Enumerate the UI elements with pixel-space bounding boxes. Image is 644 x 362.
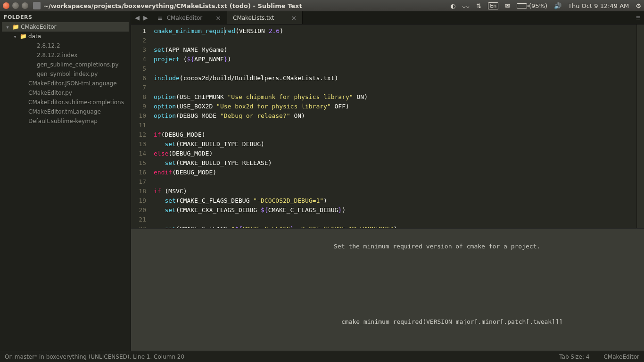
window-minimize-button[interactable]: [12, 2, 19, 9]
tree-label: CMakeEditor.tmLanguage: [28, 108, 101, 115]
tree-row[interactable]: CMakeEditor.JSON-tmLanguage: [2, 79, 129, 88]
folder-tree[interactable]: ▾📁CMakeEditor▾📁data2.8.12.22.8.12.2.inde…: [0, 22, 131, 126]
network-icon[interactable]: ⇅: [476, 2, 481, 9]
folder-icon: 📁: [20, 33, 26, 40]
minimap[interactable]: [636, 25, 644, 228]
tree-row[interactable]: Default.sublime-keymap: [2, 116, 129, 126]
tree-row[interactable]: gen_sublime_completions.py: [2, 60, 129, 69]
tree-arrow-icon: ▾: [12, 34, 18, 39]
system-tray: ◐ ⌵⌵ ⇅ En ✉ (95%) 🔊 Thu Oct 9 12:49 AM ⚙: [450, 2, 641, 9]
battery-percent: (95%): [529, 2, 547, 9]
tab-history-nav[interactable]: ◀ ▶: [131, 11, 152, 24]
tree-label: CMakeEditor.JSON-tmLanguage: [28, 80, 117, 87]
tree-row[interactable]: gen_symbol_index.py: [2, 69, 129, 79]
sidebar: FOLDERS ▾📁CMakeEditor▾📁data2.8.12.22.8.1…: [0, 11, 131, 351]
tree-label: CMakeEditor.sublime-completions: [28, 99, 124, 106]
folder-icon: 📁: [12, 24, 19, 30]
tree-row[interactable]: ▾📁data: [2, 32, 129, 41]
tab-label: CMakeLists.txt: [233, 15, 274, 21]
tree-label: CMakeEditor: [21, 24, 57, 30]
tab-label: CMakeEditor: [167, 15, 203, 21]
window-title: ~/workspaces/projects/boxeverything/CMak…: [43, 2, 302, 9]
tab-close-icon[interactable]: ×: [291, 14, 297, 22]
tab-overflow-menu[interactable]: ≡: [633, 11, 644, 24]
window-close-button[interactable]: [3, 2, 9, 9]
tree-label: gen_symbol_index.py: [37, 71, 98, 77]
status-left[interactable]: On master* in boxeverything (UNLICENSED)…: [5, 354, 184, 360]
editor-tab[interactable]: ≡CMakeEditor×: [152, 11, 227, 24]
tree-label: CMakeEditor.py: [28, 90, 72, 96]
dirty-indicator-icon: ≡: [157, 15, 163, 21]
line-number-gutter: 12345678910111213141516171819202122: [131, 25, 150, 228]
tree-row[interactable]: CMakeEditor.py: [2, 88, 129, 98]
app-icon: [33, 2, 41, 9]
tree-row[interactable]: ▾📁CMakeEditor: [2, 22, 129, 32]
tree-row[interactable]: CMakeEditor.sublime-completions: [2, 98, 129, 107]
bluetooth-icon[interactable]: ⌵⌵: [462, 2, 470, 9]
tree-row[interactable]: 2.8.12.2: [2, 41, 129, 50]
session-gear-icon[interactable]: ⚙: [636, 2, 641, 9]
mail-icon[interactable]: ✉: [505, 2, 510, 9]
keyboard-layout-indicator[interactable]: En: [488, 2, 498, 9]
nav-back-icon[interactable]: ◀: [135, 14, 140, 21]
nav-forward-icon[interactable]: ▶: [143, 14, 148, 21]
system-topbar: ~/workspaces/projects/boxeverything/CMak…: [0, 0, 644, 11]
clock[interactable]: Thu Oct 9 12:49 AM: [568, 2, 629, 9]
app-indicator-icon[interactable]: ◐: [450, 2, 455, 9]
tree-label: 2.8.12.2.index: [37, 52, 77, 58]
battery-indicator[interactable]: (95%): [517, 2, 547, 9]
sublime-app: FOLDERS ▾📁CMakeEditor▾📁data2.8.12.22.8.1…: [0, 11, 644, 362]
tree-label: gen_sublime_completions.py: [37, 61, 119, 68]
tree-row[interactable]: 2.8.12.2.index: [2, 50, 129, 60]
editor-area: ◀ ▶ ≡CMakeEditor×CMakeLists.txt× ≡ 12345…: [131, 11, 644, 351]
tab-bar: ◀ ▶ ≡CMakeEditor×CMakeLists.txt× ≡: [131, 11, 644, 25]
tree-row[interactable]: CMakeEditor.tmLanguage: [2, 107, 129, 116]
status-syntax[interactable]: CMakeEditor: [603, 354, 639, 360]
documentation-panel: Set the minimum required version of cmak…: [131, 228, 644, 351]
status-bar: On master* in boxeverything (UNLICENSED)…: [0, 351, 644, 362]
tree-arrow-icon: ▾: [5, 25, 10, 30]
tree-label: 2.8.12.2: [37, 42, 60, 49]
tree-label: Default.sublime-keymap: [28, 118, 98, 124]
tree-label: data: [28, 33, 41, 40]
window-maximize-button[interactable]: [22, 2, 28, 9]
volume-icon[interactable]: 🔊: [554, 2, 561, 9]
code-editor[interactable]: cmake_minimum_required(VERSION 2.6) set(…: [150, 25, 636, 228]
editor-tab[interactable]: CMakeLists.txt×: [227, 11, 303, 24]
tab-close-icon[interactable]: ×: [215, 14, 221, 22]
status-tab-size[interactable]: Tab Size: 4: [559, 354, 589, 360]
sidebar-header: FOLDERS: [0, 11, 131, 22]
window-controls: [3, 2, 28, 9]
